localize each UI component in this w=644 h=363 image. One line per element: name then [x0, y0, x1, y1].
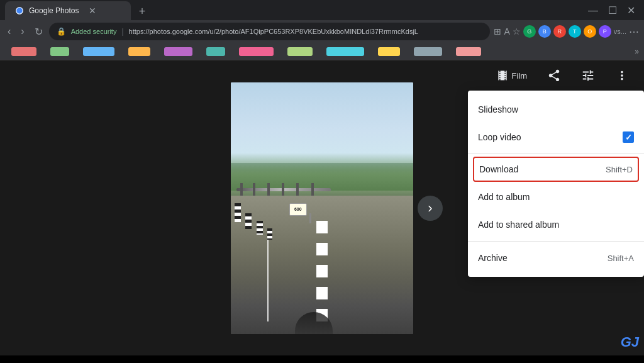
bookmark-bar: »	[0, 43, 644, 60]
new-tab-btn[interactable]: +	[133, 3, 151, 20]
film-button[interactable]: Film	[491, 67, 532, 84]
back-btn[interactable]: ‹	[5, 25, 13, 38]
forward-btn[interactable]: ›	[18, 25, 26, 38]
watermark-text: GJ	[621, 334, 639, 350]
url-text: https://photos.google.com/u/2/photo/AF1Q…	[129, 28, 483, 35]
content-area: Film	[0, 60, 644, 355]
bookmark-pill-8[interactable]	[281, 45, 319, 58]
bookmark-pill-6[interactable]	[200, 45, 231, 58]
browser-nav-buttons: ‹ › ↻	[5, 25, 45, 39]
browser-chrome: Google Photos ✕ + — ☐ ✕ ‹ › ↻ 🔒 Added se…	[0, 0, 644, 60]
ext-profile-icon[interactable]: P	[599, 25, 611, 38]
slideshow-menu-item[interactable]: Slideshow	[468, 96, 644, 123]
bookmark-more[interactable]: »	[635, 47, 639, 56]
bookmark-pill-12[interactable]	[450, 45, 487, 58]
bookmark-pill-3[interactable]	[77, 45, 121, 58]
security-lock-icon: 🔒	[57, 27, 66, 36]
more-vert-icon	[615, 69, 629, 82]
loop-video-checkbox[interactable]: ✓	[623, 131, 634, 143]
ext-teal-icon[interactable]: T	[569, 25, 581, 38]
bookmark-pill-4[interactable]	[122, 45, 157, 58]
active-tab[interactable]: Google Photos ✕	[5, 1, 131, 20]
film-icon	[496, 69, 509, 82]
checkmark-icon: ✓	[625, 133, 632, 142]
minimize-btn[interactable]: —	[584, 5, 602, 16]
add-to-album-label: Add to album	[478, 192, 530, 202]
road-photo: 600	[231, 82, 413, 334]
download-menu-item[interactable]: Download Shift+D	[473, 157, 639, 182]
bookmark-pill-11[interactable]	[408, 45, 448, 58]
share-icon	[547, 69, 561, 82]
more-btn[interactable]: ⋯	[629, 26, 639, 38]
next-icon: ›	[428, 201, 432, 215]
tune-button[interactable]	[576, 66, 600, 85]
bookmark-pill-2[interactable]	[44, 45, 75, 58]
tune-icon	[581, 69, 595, 82]
menu-divider	[468, 154, 644, 154]
ext-star-icon[interactable]: ☆	[513, 26, 521, 36]
share-button[interactable]	[542, 66, 566, 85]
loop-video-menu-item[interactable]: Loop video ✓	[468, 123, 644, 151]
address-bar-row: ‹ › ↻ 🔒 Added security | https://photos.…	[0, 20, 644, 43]
ext-blue-icon[interactable]: B	[538, 25, 551, 38]
tab-title: Google Photos	[29, 6, 79, 15]
slideshow-label: Slideshow	[478, 104, 518, 114]
bookmark-items	[5, 45, 487, 58]
archive-shortcut: Shift+A	[608, 254, 634, 263]
ext-a-icon[interactable]: A	[504, 26, 509, 36]
tab-bar: Google Photos ✕ + — ☐ ✕	[0, 0, 644, 20]
ext-orange-icon[interactable]: O	[584, 25, 596, 38]
download-label: Download	[479, 164, 518, 174]
menu-divider-2	[468, 241, 644, 242]
refresh-btn[interactable]: ↻	[32, 25, 45, 39]
tab-close[interactable]: ✕	[89, 6, 96, 16]
more-options-button[interactable]	[610, 66, 634, 85]
bookmark-pill-10[interactable]	[372, 45, 406, 58]
ext-green-icon[interactable]: G	[523, 25, 536, 38]
photo-container: 600	[231, 82, 413, 334]
add-to-shared-album-label: Add to shared album	[478, 220, 559, 230]
archive-label: Archive	[478, 253, 508, 263]
bookmark-pill-7[interactable]	[233, 45, 280, 58]
bookmark-pill-9[interactable]	[320, 45, 370, 58]
archive-menu-item[interactable]: Archive Shift+A	[468, 244, 644, 272]
extension-icons: ⊞ A ☆ G B R T O P vs... ⋯	[494, 25, 639, 38]
film-label: Film	[511, 71, 527, 81]
dropdown-menu: Slideshow Loop video ✓ Download Shift+D …	[468, 91, 644, 277]
url-separator: |	[121, 27, 123, 36]
add-to-album-menu-item[interactable]: Add to album	[468, 183, 644, 211]
watermark: GJ	[621, 334, 639, 350]
address-bar[interactable]: 🔒 Added security | https://photos.google…	[49, 23, 491, 40]
bookmark-pill-5[interactable]	[158, 45, 199, 58]
download-shortcut: Shift+D	[606, 165, 633, 174]
security-label: Added security	[71, 28, 117, 35]
maximize-btn[interactable]: ☐	[604, 4, 621, 16]
ext-red-icon[interactable]: R	[553, 25, 566, 38]
ext-label: vs...	[614, 28, 626, 35]
next-nav-button[interactable]: ›	[418, 196, 443, 221]
tab-favicon	[15, 6, 24, 15]
close-btn[interactable]: ✕	[623, 4, 639, 16]
bookmark-pill-1[interactable]	[5, 45, 43, 58]
add-to-shared-album-menu-item[interactable]: Add to shared album	[468, 211, 644, 238]
loop-video-label: Loop video	[478, 132, 521, 142]
photo-toolbar: Film	[481, 60, 644, 91]
ext-grid-icon[interactable]: ⊞	[494, 26, 501, 36]
window-controls: — ☐ ✕	[584, 4, 639, 20]
